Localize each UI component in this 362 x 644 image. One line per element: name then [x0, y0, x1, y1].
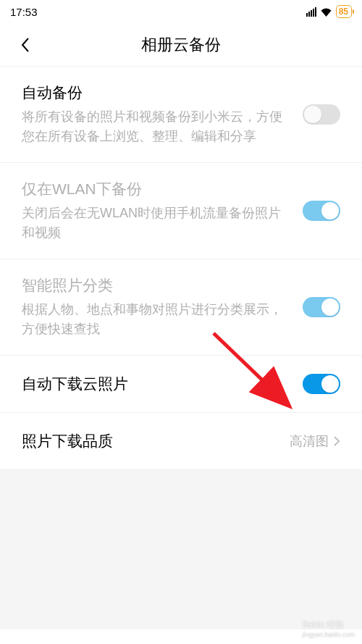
- battery-level: 85: [339, 7, 348, 17]
- signal-icon: [306, 7, 316, 17]
- setting-text: 自动备份 将所有设备的照片和视频备份到小米云，方便您在所有设备上浏览、整理、编辑…: [22, 83, 303, 146]
- setting-desc: 根据人物、地点和事物对照片进行分类展示，方便快速查找: [22, 300, 288, 339]
- setting-title: 智能照片分类: [22, 275, 288, 296]
- setting-title: 自动备份: [22, 83, 288, 103]
- status-bar: 17:53 85: [0, 0, 362, 23]
- page-header: 相册云备份: [0, 23, 362, 67]
- setting-download-quality[interactable]: 照片下载品质 高清图: [0, 413, 362, 470]
- toggle-knob: [321, 298, 339, 316]
- toggle-smart-category[interactable]: [303, 297, 340, 317]
- wifi-icon: [320, 7, 332, 17]
- setting-auto-backup[interactable]: 自动备份 将所有设备的照片和视频备份到小米云，方便您在所有设备上浏览、整理、编辑…: [0, 67, 362, 163]
- battery-icon: 85: [336, 5, 352, 18]
- setting-desc: 关闭后会在无WLAN时使用手机流量备份照片和视频: [22, 204, 288, 243]
- watermark-sub: jingyan.baidu.com: [302, 631, 355, 638]
- setting-wlan-only[interactable]: 仅在WLAN下备份 关闭后会在无WLAN时使用手机流量备份照片和视频: [0, 163, 362, 259]
- setting-text: 仅在WLAN下备份 关闭后会在无WLAN时使用手机流量备份照片和视频: [22, 179, 303, 243]
- setting-value: 高清图: [290, 432, 329, 450]
- setting-title: 照片下载品质: [22, 431, 113, 451]
- settings-list: 自动备份 将所有设备的照片和视频备份到小米云，方便您在所有设备上浏览、整理、编辑…: [0, 67, 362, 470]
- watermark: Baidu 经验 jingyan.baidu.com: [302, 619, 355, 638]
- footer-area: [0, 470, 362, 630]
- status-icons: 85: [306, 5, 352, 18]
- toggle-knob: [321, 202, 339, 219]
- page-title: 相册云备份: [36, 34, 326, 56]
- setting-smart-category[interactable]: 智能照片分类 根据人物、地点和事物对照片进行分类展示，方便快速查找: [0, 259, 362, 356]
- toggle-auto-backup[interactable]: [303, 104, 340, 125]
- toggle-knob: [321, 375, 339, 393]
- setting-auto-download[interactable]: 自动下载云照片: [0, 356, 362, 413]
- setting-desc: 将所有设备的照片和视频备份到小米云，方便您在所有设备上浏览、整理、编辑和分享: [22, 107, 288, 146]
- setting-title: 仅在WLAN下备份: [22, 179, 288, 199]
- setting-text: 智能照片分类 根据人物、地点和事物对照片进行分类展示，方便快速查找: [22, 275, 303, 339]
- status-time: 17:53: [10, 6, 38, 18]
- chevron-left-icon: [21, 37, 30, 53]
- setting-title: 自动下载云照片: [22, 374, 128, 394]
- chevron-right-icon: [333, 435, 340, 447]
- setting-right: 高清图: [290, 432, 340, 450]
- toggle-wlan-only[interactable]: [303, 201, 340, 221]
- toggle-knob: [304, 106, 321, 123]
- watermark-main: Baidu 经验: [302, 619, 344, 630]
- back-button[interactable]: [14, 34, 36, 56]
- toggle-auto-download[interactable]: [303, 374, 340, 394]
